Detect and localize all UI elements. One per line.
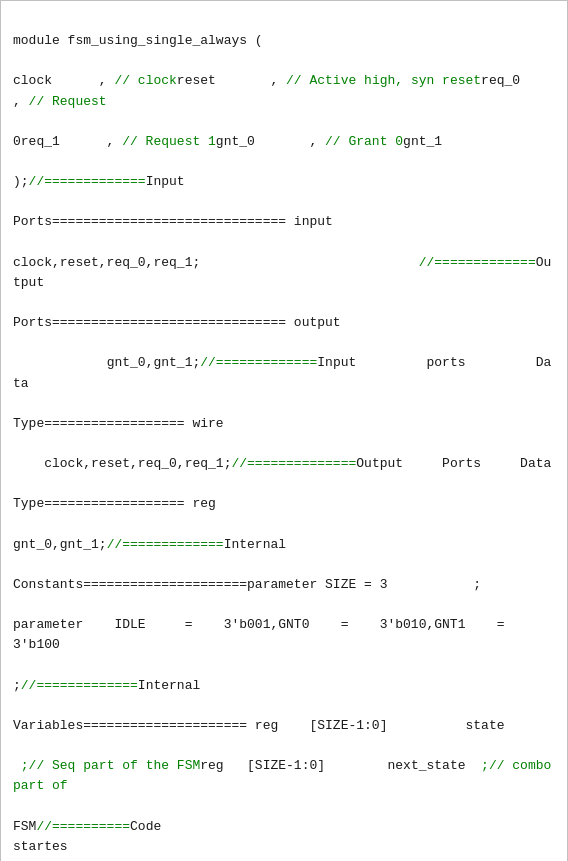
line-15: ;//=============Internal — [13, 676, 555, 696]
line-6: clock,reset,req_0,req_1; //=============… — [13, 253, 555, 293]
code-block: module fsm_using_single_always ( clock ,… — [0, 0, 568, 861]
line-9: Type================== wire — [13, 414, 555, 434]
line-4: );//=============Input — [13, 172, 555, 192]
line-11: Type================== reg — [13, 494, 555, 514]
line-8: gnt_0,gnt_1;//=============Input ports D… — [13, 353, 555, 393]
line-18: FSM//==========Code startes — [13, 817, 555, 857]
line-3: 0req_1 , // Request 1gnt_0 , // Grant 0g… — [13, 132, 555, 152]
line-2: clock , // clockreset , // Active high, … — [13, 71, 555, 111]
line-5: Ports============================== inpu… — [13, 212, 555, 232]
line-14: parameter IDLE = 3'b001,GNT0 = 3'b010,GN… — [13, 615, 555, 655]
line-7: Ports============================== outp… — [13, 313, 555, 333]
line-12: gnt_0,gnt_1;//=============Internal — [13, 535, 555, 555]
line-17: ;// Seq part of the FSMreg [SIZE-1:0] ne… — [13, 756, 555, 796]
line-1: module fsm_using_single_always ( — [13, 31, 555, 51]
line-13: Constants=====================parameter … — [13, 575, 555, 595]
line-10: clock,reset,req_0,req_1;//==============… — [13, 454, 555, 474]
line-16: Variables===================== reg [SIZE… — [13, 716, 555, 736]
